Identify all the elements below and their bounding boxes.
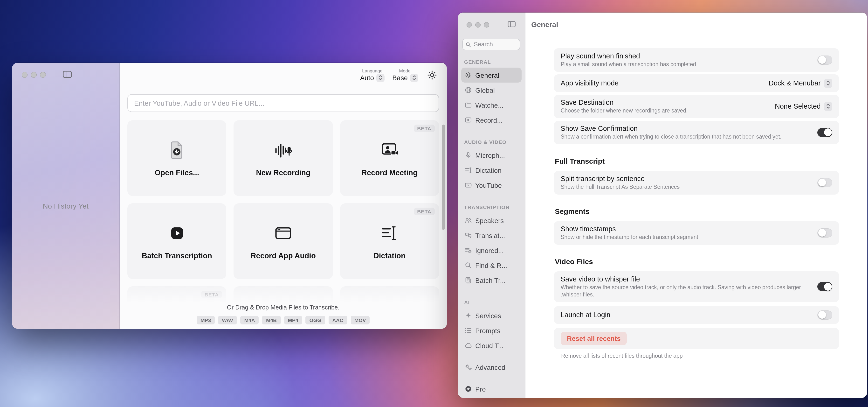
nav-item-translation[interactable]: Translat...	[461, 228, 522, 243]
microphone-icon	[465, 152, 472, 159]
nav-item-recordings[interactable]: Record...	[461, 113, 522, 127]
split-sentence-toggle[interactable]	[817, 178, 832, 187]
nav-section-header: AI	[464, 299, 519, 305]
format-chip: M4B	[262, 316, 281, 324]
nav-item-speakers[interactable]: Speakers	[461, 213, 522, 228]
card-label: Record Meeting	[361, 168, 417, 177]
magnifier-icon	[465, 262, 472, 269]
nav-item-batch[interactable]: Batch Tr...	[461, 273, 522, 288]
nav-item-label: General	[475, 71, 499, 79]
format-chips: MP3 WAV M4A M4B MP4 OGG AAC MOV	[120, 316, 447, 324]
zoom-button[interactable]	[40, 72, 46, 78]
nav-item-dictation[interactable]: Dictation	[461, 163, 522, 178]
nav-item-label: Batch Tr...	[475, 277, 506, 284]
record-app-audio-card[interactable]: Record App Audio	[234, 203, 333, 279]
scrollbar-thumb[interactable]	[442, 124, 445, 230]
language-value: Auto	[360, 74, 374, 82]
translate-icon	[465, 232, 472, 239]
cloud-icon	[465, 342, 472, 349]
minimize-button[interactable]	[475, 22, 480, 28]
drag-drop-hint: Or Drag & Drop Media Files to Transcribe…	[120, 304, 447, 311]
youtube-icon	[465, 181, 472, 189]
save-video-toggle[interactable]	[817, 282, 832, 291]
nav-item-ignored[interactable]: Ignored...	[461, 243, 522, 258]
nav-item-services[interactable]: Services	[461, 308, 522, 323]
ignored-list-icon	[465, 247, 472, 254]
setting-row-save-destination: Save Destination Choose the folder where…	[554, 95, 839, 118]
recordings-icon	[465, 116, 472, 124]
reset-all-recents-button[interactable]: Reset all recents	[561, 331, 627, 345]
record-meeting-card[interactable]: BETA Record Meeting	[340, 120, 439, 196]
setting-title: Show timestamps	[561, 225, 811, 233]
nav-item-global[interactable]: Global	[461, 83, 522, 97]
save-destination-select[interactable]: None Selected	[775, 102, 832, 111]
open-files-card[interactable]: Open Files...	[127, 120, 226, 196]
new-recording-card[interactable]: New Recording	[234, 120, 333, 196]
sidebar-toggle-icon[interactable]	[63, 70, 72, 78]
chevron-up-down-icon	[376, 74, 384, 82]
batch-transcription-card[interactable]: Batch Transcription	[127, 203, 226, 279]
setting-subtitle: Show a confirmation alert when trying to…	[561, 133, 811, 141]
play-sound-toggle[interactable]	[817, 56, 832, 65]
pro-seal-icon	[465, 385, 472, 393]
model-label: Model	[399, 68, 411, 73]
nav-item-label: Translat...	[475, 232, 505, 239]
gears-icon	[465, 364, 472, 371]
close-button[interactable]	[467, 22, 472, 28]
setting-subtitle: Show or hide the timestamp for each tran…	[561, 234, 811, 241]
nav-section-header: GENERAL	[464, 59, 519, 65]
setting-title: Split transcript by sentence	[561, 175, 811, 182]
settings-gear-button[interactable]	[427, 70, 437, 80]
setting-subtitle: Whether to save the source video track, …	[561, 284, 811, 298]
card-label: Dictation	[373, 251, 406, 260]
chevron-up-down-icon	[824, 79, 832, 88]
nav-item-label: Services	[475, 312, 501, 319]
nav-item-label: Cloud T...	[475, 342, 504, 349]
dictation-card[interactable]: BETA Dictation	[340, 203, 439, 279]
meeting-camera-icon	[379, 139, 400, 161]
window-controls	[467, 22, 489, 28]
section-header-segments: Segments	[555, 207, 838, 215]
search-input[interactable]	[473, 40, 517, 48]
url-input[interactable]	[127, 94, 439, 112]
main-content: Language Auto Model Base	[120, 63, 447, 329]
settings-sidebar: GENERAL General	[458, 12, 525, 398]
timestamps-toggle[interactable]	[817, 228, 832, 237]
save-confirmation-toggle[interactable]	[817, 128, 832, 137]
model-dropdown[interactable]: Model Base	[392, 68, 418, 82]
document-download-icon	[166, 139, 187, 161]
launch-login-toggle[interactable]	[817, 310, 832, 319]
close-button[interactable]	[22, 72, 28, 78]
nav-item-pro[interactable]: Pro	[461, 381, 522, 397]
language-label: Language	[362, 68, 383, 73]
nav-section-header: TRANSCRIPTION	[464, 204, 519, 210]
nav-item-label: YouTube	[475, 181, 502, 189]
sparkle-icon	[465, 312, 472, 319]
setting-row-launch-login: Launch at Login	[554, 306, 839, 324]
nav-item-prompts[interactable]: Prompts	[461, 323, 522, 338]
zoom-button[interactable]	[484, 22, 489, 28]
window-controls	[22, 72, 46, 78]
nav-item-label: Prompts	[475, 327, 500, 335]
folder-icon	[465, 101, 472, 109]
minimize-button[interactable]	[31, 72, 37, 78]
transcription-window: No History Yet Language Auto Model Ba	[12, 63, 447, 329]
format-chip: M4A	[241, 316, 259, 324]
app-visibility-select[interactable]: Dock & Menubar	[769, 79, 832, 88]
nav-item-find-replace[interactable]: Find & R...	[461, 258, 522, 273]
nav-item-label: Advanced	[475, 363, 505, 371]
nav-item-advanced[interactable]: Advanced	[461, 360, 522, 375]
gear-icon	[465, 71, 472, 79]
sidebar-toggle-icon[interactable]	[507, 21, 516, 28]
format-chip: AAC	[329, 316, 347, 324]
nav-item-youtube[interactable]: YouTube	[461, 178, 522, 193]
nav-item-watched[interactable]: Watche...	[461, 97, 522, 113]
settings-search-field[interactable]	[462, 39, 520, 50]
nav-item-general[interactable]: General	[461, 67, 522, 83]
language-dropdown[interactable]: Language Auto	[360, 68, 385, 82]
setting-title: Save Destination	[561, 98, 768, 106]
nav-item-microphone[interactable]: Microph...	[461, 148, 522, 163]
setting-subtitle: Play a small sound when a transcription …	[561, 61, 811, 68]
nav-item-cloud[interactable]: Cloud T...	[461, 338, 522, 353]
format-chip: MOV	[350, 316, 370, 324]
